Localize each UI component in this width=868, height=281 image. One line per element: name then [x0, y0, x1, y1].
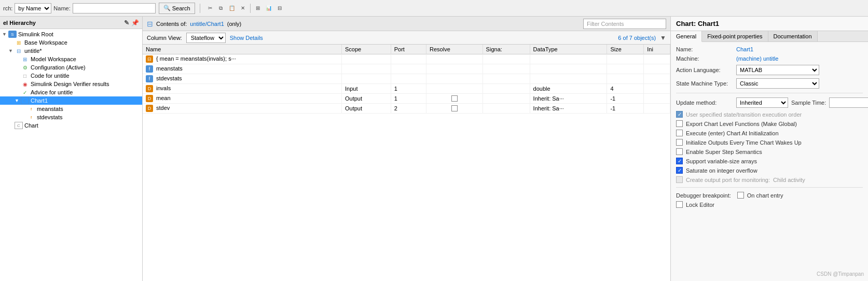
base-workspace-icon: ⊞ [15, 39, 23, 46]
checkbox-export-chart[interactable] [676, 120, 683, 127]
update-method-select[interactable]: Inherited [736, 97, 788, 108]
tree-item-untitle[interactable]: ▼ ⊟ untitle* [0, 47, 142, 55]
row-datatype-0 [530, 54, 607, 64]
row-signal-0 [483, 54, 530, 64]
tab-general[interactable]: General [671, 31, 702, 42]
edit-icon[interactable]: ✎ [124, 19, 129, 26]
model-workspace-icon: ⊞ [21, 55, 29, 63]
row-scope-0 [342, 54, 391, 64]
checkbox-initialize-outputs[interactable] [676, 139, 683, 146]
tree-item-base-workspace[interactable]: ⊞ Base Workspace [0, 38, 142, 47]
filter-dropdown-icon[interactable]: ▼ [660, 34, 666, 41]
tree-item-model-workspace[interactable]: ⊞ Model Workspace [0, 55, 142, 63]
row-ini-4 [644, 94, 670, 104]
main-container: el Hierarchy ✎ 📌 ▼ S Simulink Root ⊞ Bas… [0, 17, 868, 281]
child-activity-label: Child activity [773, 177, 805, 183]
contents-suffix: (only) [227, 21, 242, 27]
tree-item-configuration[interactable]: ⚙ Configuration (Active) [0, 63, 142, 72]
tab-documentation[interactable]: Documentation [768, 31, 818, 41]
grid-icon[interactable]: ⊟ [274, 3, 285, 13]
resolve-checkbox-4[interactable] [430, 95, 479, 102]
row-datatype-4: Inherit: Sa··· [530, 94, 607, 104]
watermark: CSDN @Timpanpan [817, 271, 864, 277]
action-language-select[interactable]: MATLAB [736, 65, 819, 75]
row-port-0 [391, 54, 426, 64]
machine-value-link[interactable]: (machine) untitle [736, 55, 778, 62]
lock-editor-label: Lock Editor [686, 202, 714, 208]
tree-item-meanstats[interactable]: f meanstats [0, 105, 142, 113]
update-method-label: Update method: [676, 100, 733, 106]
tree-item-chart1[interactable]: ▼ C Chart1 [0, 96, 142, 105]
table-row[interactable]: D invals Input 1 double 4 [143, 84, 670, 94]
contents-table: Name Scope Port Resolve Signa: DataType … [143, 45, 670, 114]
row-port-3: 1 [391, 84, 426, 94]
tree-item-stdevstats[interactable]: f stdevstats [0, 113, 142, 121]
tree-item-chart[interactable]: C Chart [0, 121, 142, 130]
show-details-link[interactable]: Show Details [230, 35, 263, 41]
scissors-icon[interactable]: ✂ [205, 3, 215, 13]
sample-time-input[interactable] [829, 97, 868, 108]
search-prefix-label: rch: [3, 5, 12, 11]
tab-fixed-point[interactable]: Fixed-point properties [702, 31, 768, 41]
checkbox-saturate-integer[interactable]: ✓ [676, 167, 683, 174]
checkbox-enable-super[interactable] [676, 148, 683, 155]
configuration-label: Configuration (Active) [31, 64, 86, 71]
row-port-5: 2 [391, 104, 426, 114]
chart-icon[interactable]: 📊 [264, 3, 274, 13]
row-scope-2 [342, 74, 391, 84]
table-row[interactable]: ⊟ { mean = meanstats(invals); s··· [143, 54, 670, 64]
row-icon-3: D [146, 85, 153, 92]
main-toolbar: rch: by Name Name: 🔍 Search ✂ ⧉ 📋 ✕ ⊞ 📊 … [0, 0, 868, 17]
chart1-label: Chart1 [31, 97, 48, 104]
table-container: Name Scope Port Resolve Signa: DataType … [143, 45, 670, 281]
checkbox-row-export-chart: Export Chart Level Functions (Make Globa… [676, 120, 863, 127]
tree-item-simulink-root[interactable]: ▼ S Simulink Root [0, 30, 142, 38]
checkbox-lock-editor[interactable] [676, 201, 683, 208]
delete-icon[interactable]: ✕ [238, 3, 248, 13]
name-input[interactable] [73, 3, 156, 13]
state-machine-type-select[interactable]: Classic [736, 78, 819, 89]
column-view-select[interactable]: Stateflow [186, 33, 226, 43]
search-by-select[interactable]: by Name [15, 3, 51, 13]
toolbar-icons: ✂ ⧉ 📋 ✕ ⊞ 📊 ⊟ [205, 3, 285, 13]
mini-checkbox-4[interactable] [451, 95, 458, 102]
resolve-checkbox-5[interactable] [430, 105, 479, 111]
copy-icon[interactable]: ⧉ [216, 3, 226, 13]
table-icon[interactable]: ⊞ [253, 3, 263, 13]
table-row[interactable]: f meanstats [143, 64, 670, 74]
col-scope: Scope [342, 45, 391, 54]
row-size-1 [607, 64, 644, 74]
checkbox-support-variable[interactable]: ✓ [676, 158, 683, 164]
tree-item-design-verifier[interactable]: ◉ Simulink Design Verifier results [0, 80, 142, 88]
name-label: Name: [53, 5, 70, 11]
checkbox-label-enable-super: Enable Super Step Semantics [686, 149, 762, 155]
search-button[interactable]: 🔍 Search [159, 3, 195, 14]
name-value-link[interactable]: Chart1 [736, 46, 753, 52]
debugger-row: Debugger breakpoint: On chart entry [676, 192, 863, 199]
left-panel: el Hierarchy ✎ 📌 ▼ S Simulink Root ⊞ Bas… [0, 17, 143, 281]
checkbox-create-output-port [676, 176, 683, 183]
checkbox-on-chart-entry[interactable] [737, 192, 744, 199]
contents-path-link[interactable]: untitle/Chart1 [190, 21, 224, 27]
pin-icon[interactable]: 📌 [131, 19, 139, 26]
tree-item-code[interactable]: □ Code for untitle [0, 72, 142, 80]
row-name-5: D stdev [143, 104, 342, 114]
state-machine-type-row: State Machine Type: Classic [676, 78, 863, 89]
row-icon-2: f [146, 75, 153, 82]
objects-count[interactable]: 6 of 7 object(s) [618, 35, 656, 41]
row-size-0 [607, 54, 644, 64]
table-row[interactable]: f stdevstats [143, 74, 670, 84]
stdevstats-icon: f [27, 114, 35, 121]
row-signal-3 [483, 84, 530, 94]
row-resolve-5 [426, 104, 483, 114]
table-row[interactable]: D mean Output 1 Inherit: Sa··· -1 [143, 94, 670, 104]
row-size-3: 4 [607, 84, 644, 94]
mini-checkbox-5[interactable] [451, 105, 458, 111]
checkbox-row-user-specified: ✓ User specified state/transition execut… [676, 111, 863, 118]
paste-icon[interactable]: 📋 [227, 3, 237, 13]
tree-item-advice[interactable]: ✓ Advice for untitle [0, 88, 142, 96]
filter-input[interactable] [583, 19, 666, 29]
checkbox-execute-enter[interactable] [676, 130, 683, 136]
contents-title-icon: ⊟ [147, 20, 153, 28]
table-row[interactable]: D stdev Output 2 Inherit: Sa··· -1 [143, 104, 670, 114]
